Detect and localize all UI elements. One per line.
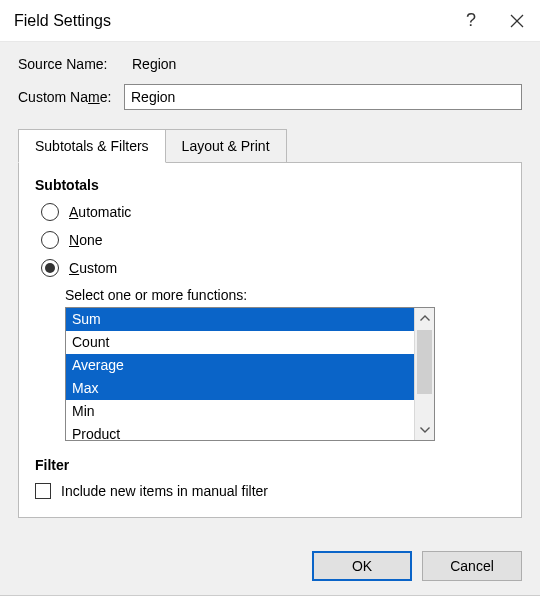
checkbox-label: Include new items in manual filter [61, 483, 268, 499]
radio-automatic[interactable]: Automatic [41, 203, 505, 221]
radio-custom[interactable]: Custom [41, 259, 505, 277]
source-name-label: Source Name: [18, 56, 124, 72]
tab-subtotals-filters[interactable]: Subtotals & Filters [18, 129, 166, 163]
ok-button[interactable]: OK [312, 551, 412, 581]
list-item[interactable]: Min [66, 400, 414, 423]
list-item[interactable]: Max [66, 377, 414, 400]
include-new-items-checkbox[interactable]: Include new items in manual filter [35, 483, 505, 499]
custom-name-row: Custom Name: [18, 84, 522, 110]
list-item[interactable]: Sum [66, 308, 414, 331]
scroll-track[interactable] [415, 328, 434, 420]
scroll-down-button[interactable] [415, 420, 434, 440]
radio-none[interactable]: None [41, 231, 505, 249]
cancel-button[interactable]: Cancel [422, 551, 522, 581]
scroll-up-button[interactable] [415, 308, 434, 328]
list-item[interactable]: Count [66, 331, 414, 354]
field-settings-dialog: Field Settings ? Source Name: Region Cus… [0, 0, 540, 596]
close-button[interactable] [494, 0, 540, 42]
custom-name-label: Custom Name: [18, 89, 124, 105]
tabs-container: Subtotals & Filters Layout & Print Subto… [18, 128, 522, 518]
radio-icon [41, 203, 59, 221]
tab-panel: Subtotals Automatic None Custom Select o… [18, 162, 522, 518]
custom-name-input[interactable] [124, 84, 522, 110]
subtotals-heading: Subtotals [35, 177, 505, 193]
functions-listbox[interactable]: SumCountAverageMaxMinProduct [65, 307, 435, 441]
functions-label: Select one or more functions: [65, 287, 505, 303]
radio-label: Custom [69, 260, 117, 276]
dialog-content: Source Name: Region Custom Name: Subtota… [0, 42, 540, 541]
radio-icon [41, 231, 59, 249]
list-item[interactable]: Average [66, 354, 414, 377]
source-name-row: Source Name: Region [18, 56, 522, 72]
list-item[interactable]: Product [66, 423, 414, 440]
tab-layout-print[interactable]: Layout & Print [165, 129, 287, 163]
functions-list[interactable]: SumCountAverageMaxMinProduct [66, 308, 414, 440]
checkbox-icon [35, 483, 51, 499]
radio-label: None [69, 232, 102, 248]
help-button[interactable]: ? [448, 0, 494, 42]
source-name-value: Region [132, 56, 176, 72]
filter-heading: Filter [35, 457, 505, 473]
radio-icon [41, 259, 59, 277]
dialog-footer: OK Cancel [0, 541, 540, 595]
radio-label: Automatic [69, 204, 131, 220]
tabstrip: Subtotals & Filters Layout & Print [18, 129, 522, 163]
titlebar: Field Settings ? [0, 0, 540, 42]
dialog-title: Field Settings [14, 12, 448, 30]
scrollbar[interactable] [414, 308, 434, 440]
scroll-thumb[interactable] [417, 330, 432, 394]
